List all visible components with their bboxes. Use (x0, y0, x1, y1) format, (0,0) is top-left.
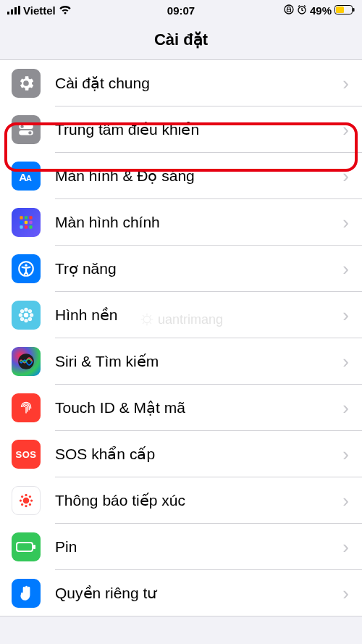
svg-rect-22 (25, 225, 28, 228)
svg-point-27 (24, 308, 28, 311)
chevron-right-icon: › (342, 72, 350, 95)
svg-point-41 (21, 495, 23, 498)
svg-point-26 (24, 313, 29, 318)
svg-text:A: A (26, 174, 32, 183)
gear-icon (12, 69, 41, 98)
row-siri-search[interactable]: Siri & Tìm kiếm › (0, 338, 362, 385)
row-exposure-notification[interactable]: Thông báo tiếp xúc › (0, 477, 362, 524)
settings-list: Cài đặt chung › Trung tâm điều khiển › A… (0, 59, 362, 616)
chevron-right-icon: › (342, 490, 350, 512)
wifi-icon (59, 4, 72, 17)
row-home-screen[interactable]: Màn hình chính › (0, 199, 362, 246)
svg-point-34 (28, 317, 32, 321)
svg-point-29 (19, 313, 22, 317)
row-label: Màn hình & Độ sáng (55, 167, 342, 185)
svg-rect-46 (33, 545, 35, 549)
row-battery[interactable]: Pin › (0, 524, 362, 570)
svg-rect-18 (20, 221, 22, 224)
carrier-label: Viettel (23, 4, 56, 17)
grid-icon (12, 208, 41, 237)
chevron-right-icon: › (342, 119, 350, 141)
svg-point-32 (28, 309, 32, 313)
svg-rect-2 (14, 7, 17, 14)
svg-rect-8 (353, 8, 355, 12)
status-right: 49% (284, 4, 355, 17)
accessibility-icon (12, 254, 41, 283)
svg-point-31 (20, 309, 24, 313)
row-general[interactable]: Cài đặt chung › (0, 60, 362, 106)
chevron-right-icon: › (342, 304, 350, 327)
chevron-right-icon: › (342, 536, 350, 559)
row-label: Trợ năng (55, 260, 342, 277)
chevron-right-icon: › (342, 582, 350, 605)
svg-point-25 (25, 264, 27, 267)
chevron-right-icon: › (342, 212, 350, 234)
chevron-right-icon: › (342, 443, 350, 466)
svg-point-36 (23, 498, 30, 504)
row-wallpaper[interactable]: Hình nền › (0, 292, 362, 338)
svg-point-44 (29, 503, 31, 506)
svg-point-43 (21, 503, 23, 506)
row-label: Hình nền (55, 306, 342, 324)
row-label: Siri & Tìm kiếm (55, 353, 342, 370)
svg-point-39 (20, 499, 22, 501)
svg-point-28 (24, 319, 28, 322)
svg-rect-23 (29, 225, 32, 228)
row-label: Trung tâm điều khiển (55, 121, 342, 138)
chevron-right-icon: › (342, 351, 350, 373)
settings-screen: Viettel 09:07 49% Cài đặt (0, 0, 362, 644)
svg-rect-3 (18, 6, 20, 14)
orientation-lock-icon (284, 4, 294, 17)
chevron-right-icon: › (342, 258, 350, 280)
row-label: Quyền riêng tư (55, 585, 342, 602)
row-control-center[interactable]: Trung tâm điều khiển › (0, 106, 362, 153)
exposure-icon (12, 486, 41, 515)
svg-point-10 (20, 125, 23, 128)
svg-point-37 (25, 494, 27, 496)
fingerprint-icon (12, 393, 41, 422)
svg-point-42 (29, 495, 31, 498)
toggle-icon (12, 115, 41, 144)
svg-rect-1 (11, 9, 13, 14)
svg-rect-17 (29, 216, 32, 219)
battery-percent-label: 49% (310, 4, 332, 17)
text-size-icon: AA (12, 162, 41, 191)
flower-icon (12, 301, 41, 330)
alarm-icon (297, 4, 307, 17)
nav-header: Cài đặt (0, 17, 362, 59)
battery-icon-row (12, 532, 41, 561)
status-left: Viettel (7, 4, 72, 17)
row-emergency-sos[interactable]: SOS SOS khẩn cấp › (0, 431, 362, 477)
row-label: Thông báo tiếp xúc (55, 492, 342, 509)
svg-point-30 (30, 313, 33, 317)
row-touchid-passcode[interactable]: Touch ID & Mật mã › (0, 385, 362, 431)
svg-rect-15 (20, 216, 22, 219)
svg-rect-0 (7, 12, 9, 14)
svg-rect-19 (25, 221, 28, 224)
row-label: SOS khẩn cấp (55, 446, 342, 463)
svg-point-38 (25, 505, 27, 507)
svg-rect-21 (20, 225, 22, 228)
row-label: Màn hình chính (55, 214, 342, 231)
sos-icon: SOS (12, 440, 41, 469)
row-label: Cài đặt chung (55, 75, 342, 92)
svg-rect-16 (25, 216, 28, 219)
svg-point-12 (28, 131, 31, 134)
row-label: Touch ID & Mật mã (55, 399, 342, 417)
clock-label: 09:07 (167, 4, 195, 17)
status-bar: Viettel 09:07 49% (0, 0, 362, 17)
battery-icon (334, 4, 355, 17)
siri-icon (12, 347, 41, 376)
row-privacy[interactable]: Quyền riêng tư › (0, 570, 362, 616)
svg-rect-45 (17, 543, 33, 551)
page-title: Cài đặt (0, 30, 362, 49)
hand-icon (12, 579, 41, 608)
svg-point-33 (20, 317, 24, 321)
chevron-right-icon: › (342, 165, 350, 188)
svg-rect-7 (336, 7, 344, 13)
row-display-brightness[interactable]: AA Màn hình & Độ sáng › (0, 153, 362, 199)
signal-icon (7, 4, 20, 17)
row-accessibility[interactable]: Trợ năng › (0, 246, 362, 292)
row-label: Pin (55, 538, 342, 556)
svg-rect-20 (29, 221, 32, 224)
